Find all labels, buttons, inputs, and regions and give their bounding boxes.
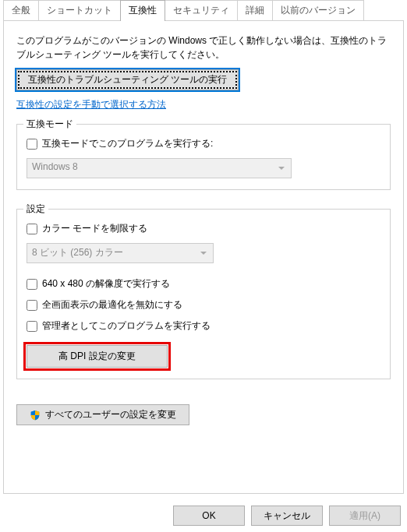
fullscreen-opt-label: 全画面表示の最適化を無効にする <box>42 298 182 312</box>
settings-group: 設定 カラー モードを制限する 8 ビット (256) カラー 640 x 48… <box>16 209 391 379</box>
color-limit-checkbox[interactable] <box>27 224 37 234</box>
cancel-button[interactable]: キャンセル <box>251 506 323 526</box>
tab-details[interactable]: 詳細 <box>237 0 273 20</box>
tab-strip: 全般 ショートカット 互換性 セキュリティ 詳細 以前のバージョン <box>0 0 407 20</box>
fullscreen-opt-checkbox[interactable] <box>27 300 37 311</box>
run-troubleshooter-button[interactable]: 互換性のトラブルシューティング ツールの実行 <box>16 69 239 90</box>
compat-mode-group: 互換モード 互換モードでこのプログラムを実行する: Windows 8 <box>16 124 391 190</box>
tab-general[interactable]: 全般 <box>3 0 39 20</box>
compat-mode-combo-value: Windows 8 <box>32 161 78 172</box>
res640-checkbox[interactable] <box>27 279 37 290</box>
compat-description: このプログラムがこのバージョンの Windows で正しく動作しない場合は、互換… <box>16 33 391 62</box>
apply-button[interactable]: 適用(A) <box>329 506 401 526</box>
compat-mode-checkbox-label: 互換モードでこのプログラムを実行する: <box>42 137 213 150</box>
run-admin-row[interactable]: 管理者としてこのプログラムを実行する <box>27 319 380 333</box>
compat-panel: このプログラムがこのバージョンの Windows で正しく動作しない場合は、互換… <box>3 20 404 494</box>
color-mode-combo[interactable]: 8 ビット (256) カラー <box>27 243 214 263</box>
fullscreen-opt-row[interactable]: 全画面表示の最適化を無効にする <box>27 298 380 312</box>
ok-button[interactable]: OK <box>173 506 245 526</box>
all-users-settings-label: すべてのユーザーの設定を変更 <box>45 408 176 421</box>
color-limit-label: カラー モードを制限する <box>42 222 147 235</box>
res640-label: 640 x 480 の解像度で実行する <box>42 277 170 291</box>
settings-title: 設定 <box>23 203 48 216</box>
dialog-footer: OK キャンセル 適用(A) <box>173 506 401 526</box>
compat-mode-checkbox-row[interactable]: 互換モードでこのプログラムを実行する: <box>27 137 380 150</box>
tab-previous-versions[interactable]: 以前のバージョン <box>272 0 364 20</box>
tab-shortcut[interactable]: ショートカット <box>38 0 121 20</box>
all-users-settings-button[interactable]: すべてのユーザーの設定を変更 <box>16 404 189 425</box>
compat-mode-checkbox[interactable] <box>27 139 37 150</box>
color-limit-row[interactable]: カラー モードを制限する <box>27 222 380 235</box>
shield-icon <box>30 410 41 421</box>
run-admin-label: 管理者としてこのプログラムを実行する <box>42 319 211 333</box>
tab-security[interactable]: セキュリティ <box>165 0 238 20</box>
run-admin-checkbox[interactable] <box>27 321 37 332</box>
color-mode-combo-value: 8 ビット (256) カラー <box>32 247 123 258</box>
compat-mode-combo[interactable]: Windows 8 <box>27 158 292 178</box>
res640-row[interactable]: 640 x 480 の解像度で実行する <box>27 277 380 291</box>
high-dpi-settings-button[interactable]: 高 DPI 設定の変更 <box>27 345 168 368</box>
tab-compat[interactable]: 互換性 <box>120 0 165 21</box>
manual-select-link[interactable]: 互換性の設定を手動で選択する方法 <box>16 98 166 111</box>
compat-mode-title: 互換モード <box>23 118 76 131</box>
